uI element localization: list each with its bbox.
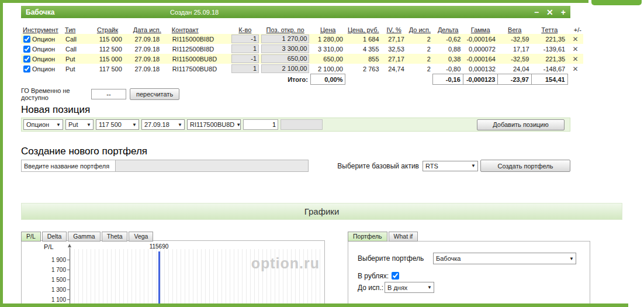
- window-titlebar: Бабочка Создан 25.09.18 − ✕ +: [21, 6, 570, 18]
- qty-value[interactable]: -1: [231, 54, 259, 63]
- go-value-input[interactable]: [91, 89, 126, 99]
- qty-value[interactable]: 1: [231, 44, 259, 53]
- cell-price: 1 280,00: [310, 34, 345, 44]
- chevron-down-icon: ▼: [427, 285, 432, 290]
- table-row: Опцион Put 115 000 27.09.18 RI115000BU8D…: [21, 54, 583, 64]
- date-select[interactable]: 27.09.18▼: [141, 119, 185, 130]
- cell-qty: -1: [230, 34, 260, 44]
- cell-iv: 27,17: [382, 54, 407, 64]
- cell-days: 2: [407, 34, 433, 44]
- qty-value[interactable]: -1: [231, 35, 259, 43]
- new-position-price-box: [281, 119, 323, 130]
- rubles-checkbox[interactable]: [392, 272, 399, 280]
- top-right-button[interactable]: [591, 0, 642, 5]
- charts-section-bar: Графики: [21, 203, 622, 220]
- base-asset-label: Выберите базовый актив: [337, 162, 419, 170]
- cell-theta: -148,67: [532, 64, 568, 74]
- portfolio-select[interactable]: Бабочка▼: [433, 253, 576, 264]
- cell-instrument: Опцион: [21, 54, 63, 64]
- cell-iv: 24,74: [382, 64, 407, 74]
- price-marker-line: [158, 251, 160, 307]
- row-checkbox[interactable]: [23, 46, 30, 53]
- open-price-value[interactable]: 650,00: [261, 54, 309, 63]
- y-tick: 1 500: [31, 277, 66, 283]
- cell-strike: 112 500: [91, 44, 124, 54]
- cell-open-price: 1 270,00: [260, 34, 310, 44]
- positions-table: Инструмент Тип Страйк Дата исп. Контракт…: [21, 26, 583, 85]
- table-header-row: Инструмент Тип Страйк Дата исп. Контракт…: [21, 26, 583, 34]
- instrument-select[interactable]: Опцион▼: [23, 119, 63, 130]
- contract-select[interactable]: RI117500BU8D▼: [187, 119, 241, 130]
- tab-whatif[interactable]: What if: [389, 232, 418, 242]
- open-price-value[interactable]: 2 100,00: [261, 64, 309, 73]
- cell-vega: 17,17: [498, 44, 532, 54]
- minimize-icon[interactable]: −: [534, 8, 539, 16]
- created-date-label: Создан 25.09.18: [170, 9, 219, 16]
- chevron-down-icon: ▼: [471, 163, 476, 168]
- create-portfolio-button[interactable]: Создать портфель: [480, 160, 570, 172]
- add-position-button[interactable]: Добавить позицию: [477, 119, 565, 130]
- chevron-down-icon: ▼: [236, 122, 241, 127]
- delete-row-icon[interactable]: ✕: [573, 45, 579, 53]
- portfolio-panel: Выберите портфель Бабочка▼ В рублях: До …: [348, 241, 590, 307]
- col-header-instrument: Инструмент: [21, 26, 63, 34]
- table-row: Опцион Put 117 500 27.09.18 RI117500BU8D…: [21, 64, 583, 74]
- watermark: option.ru: [251, 255, 320, 272]
- days-select[interactable]: В днях▼: [385, 282, 434, 293]
- cell-days: 2: [407, 44, 433, 54]
- y-tick: 1 300: [31, 287, 66, 293]
- cell-delta: -0,80: [433, 64, 463, 74]
- select-portfolio-label: Выберите портфель: [358, 254, 424, 263]
- row-checkbox[interactable]: [23, 56, 30, 63]
- create-portfolio-heading: Создание нового портфеля: [21, 146, 570, 157]
- delete-row-icon[interactable]: ✕: [573, 55, 579, 63]
- go-row: ГО Временно не доступно пересчитать: [21, 87, 570, 101]
- totals-percent: 0,00%: [310, 74, 345, 85]
- add-icon[interactable]: +: [561, 8, 566, 16]
- close-icon[interactable]: ✕: [546, 8, 553, 16]
- cell-qty: 1: [230, 64, 260, 74]
- tab-gamma[interactable]: Gamma: [68, 232, 100, 242]
- cell-vega: -32,59: [498, 54, 532, 64]
- recalculate-button[interactable]: пересчитать: [130, 88, 179, 100]
- row-checkbox[interactable]: [23, 36, 30, 43]
- base-asset-select[interactable]: RTS▼: [423, 161, 478, 171]
- cell-delete: ✕: [567, 54, 583, 64]
- qty-value[interactable]: 1: [231, 64, 259, 73]
- cell-instrument: Опцион: [21, 44, 63, 54]
- type-select[interactable]: Put▼: [65, 119, 94, 130]
- delete-row-icon[interactable]: ✕: [573, 35, 579, 43]
- cell-delete: ✕: [567, 64, 583, 74]
- tab-vega[interactable]: Vega: [129, 232, 153, 242]
- cell-type: Call: [63, 34, 91, 44]
- open-price-value[interactable]: 3 300,00: [261, 44, 309, 53]
- cell-strike: 115 000: [91, 54, 124, 64]
- chevron-down-icon: ▼: [178, 122, 182, 127]
- delete-row-icon[interactable]: ✕: [573, 65, 579, 73]
- cell-theta: 221,35: [532, 34, 568, 44]
- axis-arrow-icon: [68, 244, 71, 247]
- cell-vega: -32,59: [498, 34, 532, 44]
- cell-delta: 0,88: [433, 44, 463, 54]
- chevron-down-icon: ▼: [56, 122, 61, 127]
- table-row: Опцион Call 112 500 27.09.18 RI112500BI8…: [21, 44, 583, 54]
- tab-portfolio[interactable]: Портфель: [348, 232, 387, 242]
- cell-days: 2: [407, 54, 433, 64]
- col-header-type: Тип: [63, 26, 91, 34]
- cell-price-rub: 1 684: [345, 34, 382, 44]
- tab-theta[interactable]: Theta: [102, 232, 128, 242]
- open-price-value[interactable]: 1 270,00: [261, 35, 309, 43]
- chart-y-axis-label: P/L: [44, 243, 54, 250]
- tab-delta[interactable]: Delta: [42, 232, 67, 242]
- strike-select[interactable]: 117 500▼: [96, 119, 139, 130]
- cell-qty: 1: [230, 44, 260, 54]
- go-label: ГО Временно не доступно: [21, 87, 89, 101]
- cell-strike: 115 000: [91, 34, 124, 44]
- col-header-iv: IV, %: [382, 26, 407, 34]
- row-checkbox[interactable]: [23, 65, 30, 73]
- portfolio-name-input[interactable]: [116, 160, 309, 172]
- col-header-plusminus: +/-: [567, 26, 583, 34]
- totals-delta: -0,16: [433, 74, 463, 85]
- new-position-qty-input[interactable]: [243, 119, 278, 130]
- tab-pl[interactable]: P/L: [21, 232, 41, 242]
